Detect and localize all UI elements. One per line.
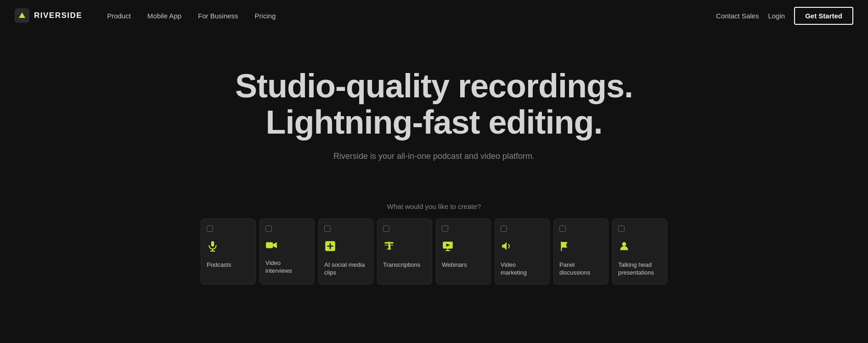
svg-rect-4 [266, 242, 273, 248]
card-label-webinars: Webinars [442, 261, 467, 269]
nav-product[interactable]: Product [101, 8, 137, 23]
card-talking-head-presentations[interactable]: Talking headpresentations [612, 219, 667, 285]
nav-mobile-app[interactable]: Mobile App [141, 8, 188, 23]
mic-icon [207, 240, 219, 255]
card-checkbox-podcasts [207, 225, 213, 232]
card-label-video-marketing: Videomarketing [501, 261, 527, 277]
nav-for-business[interactable]: For Business [192, 8, 245, 23]
card-podcasts[interactable]: Podcasts [201, 219, 256, 285]
card-label-podcasts: Podcasts [207, 261, 231, 269]
flag-icon [559, 240, 571, 255]
nav-pricing[interactable]: Pricing [248, 8, 282, 23]
create-section: What would you like to create? Podcasts [0, 202, 868, 303]
card-checkbox-webinars [442, 225, 448, 232]
logo-icon [15, 8, 29, 23]
svg-marker-0 [19, 12, 25, 18]
cards-row: Podcasts Videointerviews [9, 219, 859, 285]
card-ai-social-media-clips[interactable]: AI social mediaclips [318, 219, 373, 285]
megaphone-icon [501, 240, 513, 255]
text-cursor-icon [383, 240, 395, 255]
hero-title: Studio-quality recordings. Lightning-fas… [227, 68, 641, 141]
card-checkbox-transcriptions [383, 225, 389, 232]
nav-links: Product Mobile App For Business Pricing [101, 8, 716, 23]
card-video-marketing[interactable]: Videomarketing [495, 219, 550, 285]
card-transcriptions[interactable]: Transcriptions [377, 219, 432, 285]
card-label-video-interviews: Videointerviews [265, 259, 292, 275]
hero-subtitle: Riverside is your all-in-one podcast and… [9, 152, 859, 161]
monitor-play-icon [442, 240, 454, 255]
hero-section: Studio-quality recordings. Lightning-fas… [0, 31, 868, 202]
login-link[interactable]: Login [768, 12, 785, 20]
svg-rect-13 [389, 244, 390, 249]
card-label-transcriptions: Transcriptions [383, 261, 420, 269]
logo[interactable]: RIVERSIDE [15, 8, 82, 23]
svg-point-18 [622, 242, 626, 247]
plus-box-icon [324, 240, 336, 255]
hero-title-line1: Studio-quality recordings. [235, 67, 633, 104]
get-started-button[interactable]: Get Started [794, 7, 853, 25]
card-label-talking-head: Talking headpresentations [618, 261, 654, 277]
card-checkbox-video-interviews [265, 225, 272, 232]
svg-marker-5 [273, 242, 277, 248]
card-checkbox-panel-discussions [559, 225, 566, 232]
person-icon [618, 240, 630, 255]
video-icon [265, 240, 277, 253]
card-video-interviews[interactable]: Videointerviews [259, 219, 315, 285]
card-checkbox-ai-clips [324, 225, 331, 232]
card-label-ai-clips: AI social mediaclips [324, 261, 365, 277]
svg-rect-1 [211, 242, 214, 247]
navbar: RIVERSIDE Product Mobile App For Busines… [0, 0, 868, 31]
nav-right: Contact Sales Login Get Started [716, 7, 853, 25]
card-checkbox-talking-head [618, 225, 625, 232]
card-panel-discussions[interactable]: Paneldiscussions [553, 219, 609, 285]
card-label-panel-discussions: Paneldiscussions [559, 261, 590, 277]
card-webinars[interactable]: Webinars [436, 219, 491, 285]
card-checkbox-video-marketing [501, 225, 507, 232]
hero-title-line2: Lightning-fast editing. [266, 104, 603, 141]
contact-sales-link[interactable]: Contact Sales [716, 12, 759, 20]
logo-text: RIVERSIDE [34, 11, 82, 20]
create-prompt: What would you like to create? [9, 202, 859, 210]
